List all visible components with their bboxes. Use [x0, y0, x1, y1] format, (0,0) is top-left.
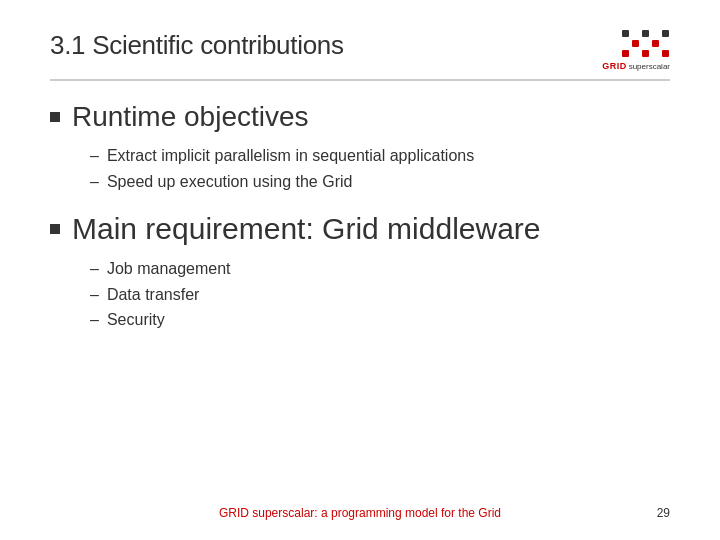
dash-icon: – [90, 169, 99, 195]
list-item-text: Extract implicit parallelism in sequenti… [107, 143, 670, 169]
logo-dot [652, 50, 659, 57]
list-item-text: Speed up execution using the Grid [107, 169, 670, 195]
slide-title: 3.1 Scientific contributions [50, 30, 344, 61]
logo-dot [632, 50, 639, 57]
list-item: – Security [90, 307, 670, 333]
section-runtime: Runtime objectives – Extract implicit pa… [50, 101, 670, 194]
logo-area: GRID superscalar [590, 30, 670, 71]
list-item: – Extract implicit parallelism in sequen… [90, 143, 670, 169]
logo-dot [662, 40, 669, 47]
slide-footer: GRID superscalar: a programming model fo… [0, 506, 720, 520]
bullet-icon [50, 224, 60, 234]
section-requirement-items: – Job management – Data transfer – Secur… [50, 256, 670, 333]
list-item-text: Security [107, 307, 670, 333]
section-requirement-title: Main requirement: Grid middleware [72, 212, 541, 246]
list-item: – Data transfer [90, 282, 670, 308]
content-area: Runtime objectives – Extract implicit pa… [50, 101, 670, 333]
logo-dot [652, 30, 659, 37]
logo-grid-dots [622, 30, 670, 58]
section-runtime-title: Runtime objectives [72, 101, 309, 133]
logo-dot [632, 40, 639, 47]
logo-dot [632, 30, 639, 37]
footer-text: GRID superscalar: a programming model fo… [219, 506, 501, 520]
list-item-text: Data transfer [107, 282, 670, 308]
logo-dot [642, 50, 649, 57]
logo-brand-grid: GRID [602, 61, 627, 71]
list-item: – Speed up execution using the Grid [90, 169, 670, 195]
section-runtime-header: Runtime objectives [50, 101, 670, 133]
list-item-text: Job management [107, 256, 670, 282]
logo-dot [642, 40, 649, 47]
section-requirement: Main requirement: Grid middleware – Job … [50, 212, 670, 333]
logo-dot [662, 50, 669, 57]
logo-dot [642, 30, 649, 37]
dash-icon: – [90, 307, 99, 333]
dash-icon: – [90, 282, 99, 308]
footer-page-number: 29 [657, 506, 670, 520]
bullet-icon [50, 112, 60, 122]
logo-dot [662, 30, 669, 37]
dash-icon: – [90, 256, 99, 282]
slide-container: 3.1 Scientific contributions [0, 0, 720, 540]
logo-dot [652, 40, 659, 47]
list-item: – Job management [90, 256, 670, 282]
slide-header: 3.1 Scientific contributions [50, 30, 670, 81]
section-requirement-header: Main requirement: Grid middleware [50, 212, 670, 246]
logo-dot [622, 30, 629, 37]
logo-dot [622, 40, 629, 47]
section-runtime-items: – Extract implicit parallelism in sequen… [50, 143, 670, 194]
logo-brand-subtext: superscalar [629, 62, 670, 71]
dash-icon: – [90, 143, 99, 169]
logo-dot [622, 50, 629, 57]
